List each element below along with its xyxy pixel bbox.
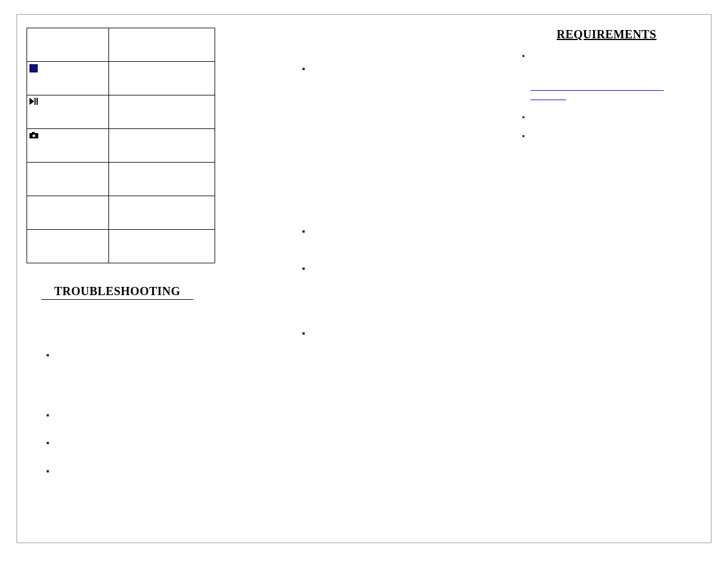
middle-list xyxy=(253,264,498,273)
troubleshooting-title-text: TROUBLESHOOTING xyxy=(41,285,193,300)
list-item xyxy=(531,51,698,60)
middle-list xyxy=(253,329,498,338)
right-column: REQUIREMENTS xyxy=(515,28,698,530)
requirements-list xyxy=(515,112,698,121)
play-pause-icon xyxy=(29,98,40,107)
table-row xyxy=(27,129,215,163)
middle-column xyxy=(235,28,515,530)
cell-icon xyxy=(27,95,109,129)
cell-desc xyxy=(109,62,215,95)
table-row xyxy=(27,62,215,95)
list-item xyxy=(55,438,235,448)
list-item xyxy=(55,411,235,420)
page: TROUBLESHOOTING xyxy=(0,0,728,562)
table-row xyxy=(27,196,215,230)
left-column: TROUBLESHOOTING xyxy=(23,28,235,530)
list-item xyxy=(311,264,498,273)
cell-desc xyxy=(109,230,215,263)
camera-icon xyxy=(29,132,38,141)
requirement-link-1[interactable] xyxy=(531,90,664,91)
cell-icon xyxy=(27,62,109,95)
stop-icon xyxy=(29,64,38,72)
list-item xyxy=(55,351,235,360)
table-row xyxy=(27,230,215,263)
cell-icon xyxy=(27,230,109,263)
link-line-2 xyxy=(515,92,698,103)
troubleshooting-list xyxy=(23,438,235,448)
content-frame: TROUBLESHOOTING xyxy=(17,14,711,543)
list-item xyxy=(531,112,698,121)
cell-desc xyxy=(109,95,215,129)
cell-icon xyxy=(27,129,109,163)
table-row xyxy=(27,163,215,196)
list-item xyxy=(311,329,498,338)
cell-desc xyxy=(109,28,215,62)
list-item xyxy=(311,64,498,74)
svg-rect-4 xyxy=(32,132,35,134)
cell-icon xyxy=(27,28,109,62)
table-row xyxy=(27,28,215,62)
troubleshooting-list xyxy=(23,351,235,360)
list-item xyxy=(531,131,698,140)
svg-point-5 xyxy=(32,134,35,137)
requirements-list xyxy=(515,51,698,60)
requirement-link-2[interactable] xyxy=(531,99,566,100)
table-row xyxy=(27,95,215,129)
svg-rect-1 xyxy=(35,98,36,105)
list-item xyxy=(55,467,235,476)
cell-desc xyxy=(109,196,215,230)
troubleshooting-list xyxy=(23,467,235,476)
list-item xyxy=(311,227,498,236)
requirements-heading: REQUIREMENTS xyxy=(515,28,698,41)
svg-rect-2 xyxy=(37,98,38,105)
cell-desc xyxy=(109,163,215,196)
middle-list xyxy=(253,227,498,236)
svg-marker-0 xyxy=(29,98,34,105)
cell-icon xyxy=(27,196,109,230)
cell-icon xyxy=(27,163,109,196)
troubleshooting-heading: TROUBLESHOOTING xyxy=(23,285,212,300)
middle-list xyxy=(253,64,498,74)
controls-table xyxy=(27,28,215,263)
cell-desc xyxy=(109,129,215,163)
troubleshooting-list xyxy=(23,411,235,420)
requirements-list xyxy=(515,131,698,140)
